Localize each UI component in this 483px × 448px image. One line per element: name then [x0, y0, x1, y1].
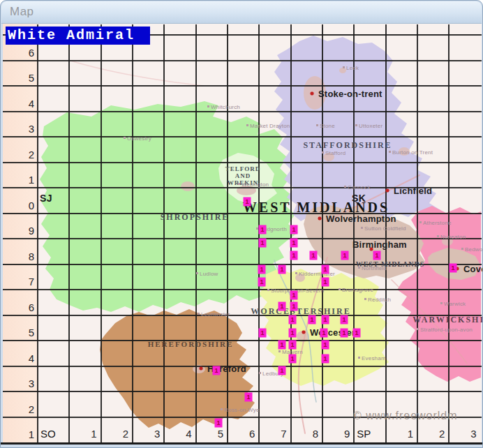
- left-axis-label: 5: [5, 326, 34, 339]
- record-marker[interactable]: 1: [320, 329, 328, 338]
- record-marker[interactable]: 1: [289, 315, 297, 324]
- record-marker[interactable]: 1: [341, 251, 349, 260]
- city-label: Stoke-on-trent: [318, 89, 382, 99]
- grid-line-h: [3, 136, 482, 137]
- city-dot: [302, 331, 306, 334]
- grid-line-v: [163, 24, 165, 442]
- grid-line-h: [3, 340, 482, 341]
- town-label: Evesham: [358, 355, 386, 361]
- left-axis-label: 1: [5, 428, 34, 441]
- grid-line-h: [3, 391, 482, 392]
- bottom-axis-label: 2: [419, 427, 445, 440]
- town-dot: [461, 248, 463, 250]
- record-marker[interactable]: 1: [215, 419, 223, 428]
- grid-line-h: [3, 85, 482, 87]
- record-marker[interactable]: 1: [278, 265, 286, 274]
- left-axis-label: 4: [5, 97, 34, 110]
- city-label: Coventry: [463, 264, 483, 274]
- grid-line-h: [3, 315, 482, 316]
- grid-line-v: [37, 24, 38, 442]
- record-marker[interactable]: 1: [310, 251, 318, 260]
- left-axis-label: 6: [5, 301, 34, 314]
- bottom-axis-label: SO: [40, 427, 66, 440]
- grid-line-v: [101, 24, 102, 442]
- town-dot: [207, 105, 209, 107]
- city-dot: [318, 217, 322, 221]
- record-marker[interactable]: 1: [322, 278, 329, 287]
- grid-line-v: [322, 24, 323, 442]
- town-label: Ross-on-Wye: [221, 407, 260, 413]
- record-marker[interactable]: 1: [309, 315, 316, 324]
- city-label: Wolverhampton: [326, 214, 396, 224]
- record-marker[interactable]: 1: [322, 265, 329, 274]
- town-label: Stone: [316, 123, 335, 129]
- town-label: Nuneaton: [437, 234, 466, 240]
- record-marker[interactable]: 1: [322, 354, 329, 364]
- record-marker[interactable]: 1: [289, 354, 297, 364]
- record-marker[interactable]: 1: [353, 329, 361, 338]
- bottom-axis-label: 2: [103, 427, 128, 440]
- grid-line-h: [3, 289, 482, 290]
- record-marker[interactable]: 1: [278, 341, 286, 350]
- town-label: Warwick: [440, 301, 466, 307]
- record-marker[interactable]: 1: [373, 251, 381, 260]
- town-dot: [278, 350, 281, 352]
- record-marker[interactable]: 1: [341, 315, 348, 324]
- bottom-axis-label: 1: [70, 427, 96, 440]
- town-dot: [440, 302, 443, 304]
- grid-line-h: [3, 238, 482, 239]
- town-label: Cannock: [344, 184, 371, 191]
- grid-line-v: [68, 24, 70, 442]
- record-marker[interactable]: 1: [290, 302, 298, 311]
- record-marker[interactable]: 1: [289, 329, 297, 338]
- left-axis-label: 1: [5, 173, 34, 186]
- record-marker[interactable]: 1: [322, 315, 329, 324]
- record-marker[interactable]: 1: [290, 225, 298, 234]
- record-marker[interactable]: 1: [290, 239, 298, 248]
- record-marker[interactable]: 1: [341, 329, 348, 338]
- bottom-border: [1, 442, 483, 445]
- record-marker[interactable]: 1: [245, 393, 253, 402]
- record-marker[interactable]: 1: [278, 302, 286, 311]
- county-label: HEREFORDSHIRE: [148, 340, 234, 348]
- record-marker[interactable]: 1: [322, 341, 329, 350]
- city-label: Birmingham: [352, 239, 407, 250]
- city-label: Lichfield: [394, 186, 432, 196]
- record-marker[interactable]: 1: [259, 225, 267, 234]
- town-dot: [361, 227, 363, 229]
- town-dot: [221, 408, 223, 410]
- town-label: Bromsgrove: [339, 287, 373, 293]
- grid-line-v: [353, 24, 355, 442]
- town-label: Stratford-upon-avon: [417, 327, 473, 333]
- record-marker[interactable]: 1: [213, 366, 221, 375]
- left-axis-label: 5: [5, 71, 34, 84]
- record-marker[interactable]: 1: [449, 264, 457, 273]
- grid-square-label: SJ: [40, 193, 52, 204]
- county-label: WARWICKSHIRE: [413, 315, 483, 325]
- town-dot: [124, 137, 126, 139]
- record-marker[interactable]: 1: [258, 278, 266, 287]
- grid-line-h: [3, 111, 482, 112]
- grid-line-v: [417, 24, 418, 442]
- town-dot: [316, 124, 318, 126]
- bottom-axis-label: 7: [260, 427, 286, 440]
- town-label: Uttoxeter: [355, 123, 382, 129]
- grid-line-h: [3, 60, 482, 61]
- record-marker[interactable]: 1: [289, 341, 297, 350]
- town-dot: [339, 288, 341, 290]
- record-marker[interactable]: 1: [290, 251, 298, 260]
- record-marker[interactable]: 1: [259, 329, 267, 338]
- record-marker[interactable]: 1: [258, 265, 266, 274]
- town-dot: [344, 186, 346, 188]
- grid-line-v: [195, 24, 197, 442]
- town-label: Oswestry: [124, 135, 151, 142]
- species-label[interactable]: White Admiral: [6, 27, 150, 45]
- record-marker[interactable]: 1: [290, 291, 298, 300]
- grid-line-v: [385, 24, 387, 442]
- town-dot: [358, 357, 360, 359]
- record-marker[interactable]: 1: [244, 197, 251, 207]
- record-marker[interactable]: 1: [259, 239, 267, 248]
- town-dot: [417, 328, 419, 330]
- record-marker[interactable]: 1: [278, 366, 286, 375]
- bottom-axis-label: 6: [229, 427, 255, 440]
